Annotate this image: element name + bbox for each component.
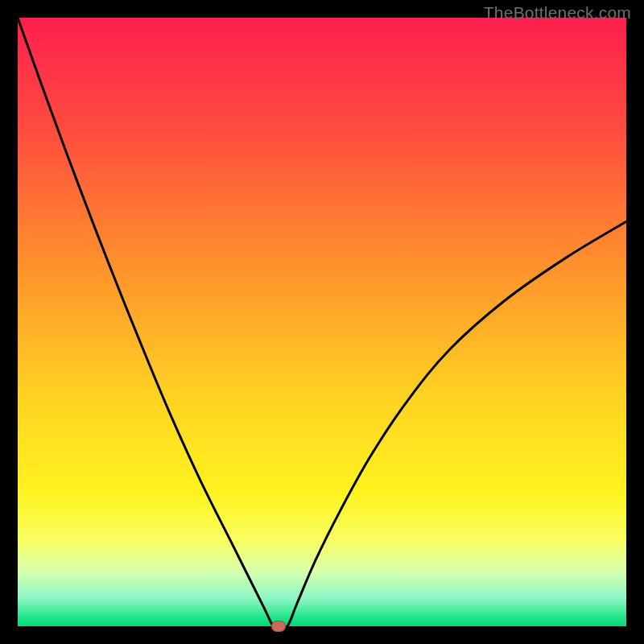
watermark-label: TheBottleneck.com [484, 3, 631, 23]
optimal-point-marker [271, 621, 286, 632]
plot-area [18, 18, 626, 626]
plot-frame [18, 18, 626, 626]
chart-container: TheBottleneck.com [0, 0, 644, 644]
bottleneck-curve [18, 18, 626, 626]
